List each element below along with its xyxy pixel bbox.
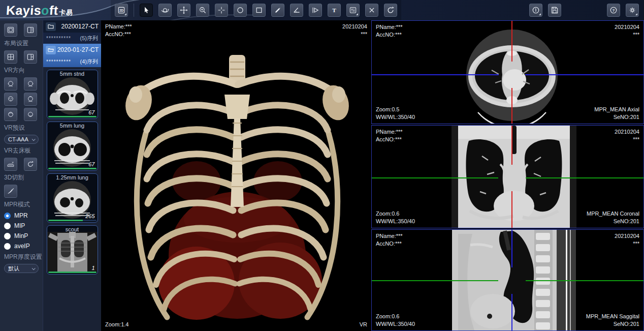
tool-cone-button[interactable]	[309, 4, 322, 17]
tool-pan-button[interactable]	[177, 4, 190, 17]
vr-head-back-button[interactable]	[24, 93, 37, 106]
mpr-sagittal-viewport[interactable]: PName:*** AccNO:*** 20210204 *** Zoom:0.…	[371, 229, 644, 331]
crosshair-vertical-blue[interactable]	[511, 294, 512, 330]
angle-icon	[292, 6, 301, 15]
tool-rotate3d-button[interactable]	[158, 4, 172, 17]
tool-measure-button[interactable]	[271, 4, 284, 17]
series-thumbnail-5mm-stnd[interactable]: 5mm stnd 67	[47, 70, 98, 119]
tool-angle-button[interactable]	[290, 4, 303, 17]
thumbnail-image-count: 1	[91, 265, 94, 271]
vr-head-left-button[interactable]	[4, 77, 17, 91]
mpr-thickness-select[interactable]: 默认	[4, 264, 39, 273]
coronal-mode-label: MPR_MEAN Coronal	[587, 210, 639, 218]
study-series-count: (5)序列	[80, 35, 98, 42]
crosshair-vertical-red[interactable]	[511, 21, 512, 62]
study-date: 20200127-CT	[56, 23, 99, 30]
thumbnail-progress	[48, 220, 96, 221]
coronal-zoom: Zoom:0.6	[376, 210, 415, 218]
radio-minp[interactable]	[4, 233, 11, 239]
coronal-ct-image	[452, 126, 576, 228]
mpr-coronal-viewport[interactable]: PName:*** AccNO:*** 20210204 *** Zoom:0.…	[371, 125, 644, 228]
axial-date: 20210204	[615, 23, 639, 31]
tool-crosshair-button[interactable]	[215, 4, 228, 17]
study-patient-masked: **********	[46, 59, 71, 65]
layout-grid-button[interactable]	[4, 50, 17, 64]
crosshair-horizontal-green[interactable]	[372, 177, 498, 178]
cut-knife-button[interactable]	[4, 185, 17, 198]
vr-zoom: Zoom:1.4	[105, 321, 128, 328]
tool-cursor-button[interactable]	[140, 4, 153, 17]
bed-reset-button[interactable]	[24, 158, 37, 171]
settings-button[interactable]	[626, 4, 639, 17]
crosshair-horizontal-green[interactable]	[526, 280, 643, 281]
vr-head-right-button[interactable]	[24, 77, 37, 91]
crosshair-horizontal-blue[interactable]	[525, 74, 643, 75]
series-thumbnail-5mm-lung[interactable]: 5mm lung 67	[47, 122, 98, 171]
radio-mip[interactable]	[4, 223, 11, 229]
layout-report-button[interactable]	[24, 23, 37, 37]
series-thumbnail-scout[interactable]: scout 1	[47, 225, 98, 275]
remove-bed-button[interactable]	[4, 158, 17, 171]
vr-mode-overlay: VR	[360, 321, 367, 328]
study-date: 2020-01-27-CT	[56, 46, 99, 53]
study-item[interactable]: 20200127-CT ********** (5)序列	[43, 20, 101, 44]
coronal-masked: ***	[615, 136, 639, 143]
sagittal-zoom: Zoom:0.6	[376, 313, 415, 320]
radio-mpr[interactable]	[4, 213, 11, 219]
mpr-thickness-value: 默认	[8, 265, 19, 273]
help-button[interactable]: ?	[607, 4, 620, 17]
crosshair-vertical-blue[interactable]	[511, 230, 512, 267]
sagittal-mode-overlay: MPR_MEAN Saggital SeNO:201	[586, 313, 639, 328]
tool-reset-button[interactable]	[384, 4, 397, 17]
crosshair-vertical-red[interactable]	[511, 88, 512, 124]
vr-head-front-button[interactable]	[4, 93, 17, 106]
crosshair-horizontal-green[interactable]	[372, 280, 498, 281]
sagittal-wwwl: WW/WL:350/40	[376, 320, 415, 328]
mpr-mode-option[interactable]: MPR	[4, 212, 39, 219]
layout-1-2-icon	[26, 53, 35, 61]
save-floppy-icon	[550, 6, 559, 15]
tool-text-button[interactable]: T	[328, 4, 341, 17]
main-toolbar: 2D	[111, 0, 401, 20]
layout-single-button[interactable]	[4, 23, 17, 37]
mpr-axial-viewport[interactable]: PName:*** AccNO:*** 20210204 *** Zoom:0.…	[371, 20, 644, 124]
crosshair-vertical-red[interactable]	[511, 191, 512, 228]
cursor-icon	[142, 6, 151, 15]
vr-preset-select[interactable]: CT-AAA	[4, 135, 39, 144]
mpr-mode-option[interactable]: MIP	[4, 222, 39, 229]
tool-ellipse-button[interactable]	[234, 4, 247, 17]
tool-2d-button[interactable]: 2D	[115, 4, 128, 17]
header-mid-tools	[529, 4, 561, 17]
crosshair-horizontal-blue[interactable]	[372, 74, 499, 75]
reset-icon	[26, 160, 35, 168]
vr-masked: ***	[342, 31, 367, 38]
mpr-mode-option[interactable]: aveIP	[4, 243, 39, 250]
crosshair-horizontal-green[interactable]	[526, 177, 643, 178]
series-thumbnail-125mm-lung[interactable]: 1.25mm lung 265	[47, 173, 98, 223]
ellipse-roi-icon	[236, 6, 245, 15]
tool-zoom-button[interactable]	[196, 4, 209, 17]
radio-aveip[interactable]	[4, 243, 11, 250]
tool-rect-button[interactable]	[252, 4, 266, 17]
info-button[interactable]	[529, 4, 542, 17]
axial-accno: AccNO:***	[376, 31, 403, 39]
tool-delete-button[interactable]	[365, 4, 378, 17]
vr-preset-value: CT-AAA	[8, 136, 28, 142]
folder-closed-icon	[46, 22, 56, 31]
tool-window-level-button[interactable]	[346, 4, 360, 17]
vr-date-overlay: 20210204 ***	[342, 23, 367, 38]
study-item-selected[interactable]: 2020-01-27-CT ********** (4)序列	[43, 44, 101, 67]
layout-split-button[interactable]	[24, 50, 37, 64]
study-patient-masked: **********	[46, 36, 71, 41]
layout-report-icon	[26, 26, 35, 34]
vr-head-bottom-button[interactable]	[24, 108, 37, 121]
vr-viewport[interactable]: PName:*** AccNO:*** 20210204 *** Zoom:1.…	[101, 20, 371, 331]
crosshair-vertical-red[interactable]	[511, 126, 512, 165]
svg-text:2D: 2D	[119, 9, 124, 12]
coronal-zoom-overlay: Zoom:0.6 WW/WL:350/40	[376, 210, 415, 225]
coronal-seno: SeNO:201	[587, 218, 639, 225]
vr-head-top-button[interactable]	[4, 108, 17, 121]
layout-section-label: 布局设置	[4, 39, 39, 48]
save-button[interactable]	[548, 4, 561, 17]
mpr-mode-option[interactable]: MinP	[4, 232, 39, 239]
